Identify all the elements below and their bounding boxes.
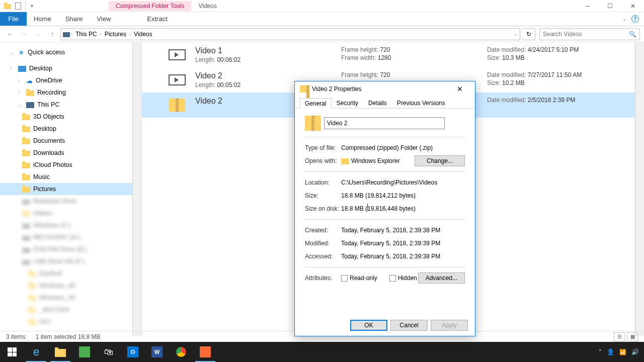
qat-properties-icon[interactable] <box>15 3 21 10</box>
tree-item-blurred[interactable]: Windows (C:) <box>0 219 141 231</box>
type-value: Compressed (zipped) Folder (.zip) <box>341 144 465 151</box>
tree-pictures[interactable]: Pictures <box>0 183 141 195</box>
tray-chevron-icon[interactable]: ˄ <box>599 349 602 355</box>
taskbar-word[interactable]: W <box>145 342 169 362</box>
apply-button[interactable]: Apply <box>431 320 468 331</box>
tree-item-blurred[interactable]: _MACOSX <box>0 304 141 316</box>
ribbon-expand-icon[interactable]: ⌄ <box>622 16 626 22</box>
system-tray[interactable]: ˄ 👤 📶 🔊 <box>599 348 644 355</box>
store-icon: 🛍 <box>104 347 113 357</box>
tree-music[interactable]: Music <box>0 171 141 183</box>
tree-downloads[interactable]: Downloads <box>0 147 141 159</box>
accessed-value: Today, February 5, 2018, 2:39:38 PM <box>341 253 465 260</box>
maximize-button[interactable]: ☐ <box>599 1 621 12</box>
tree-item-blurred[interactable]: Windows_40 <box>0 292 141 304</box>
taskbar-store[interactable]: 🛍 <box>97 342 121 362</box>
dialog-titlebar[interactable]: Video 2 Properties ✕ <box>295 81 475 97</box>
tree-desktop-2[interactable]: Desktop <box>0 123 141 135</box>
contextual-tab-label: Compressed Folder Tools <box>109 1 192 11</box>
dialog-body: Type of file:Compressed (zipped) Folder … <box>295 109 475 292</box>
refresh-button[interactable]: ↻ <box>522 28 535 40</box>
tree-3d-objects[interactable]: 3D Objects <box>0 111 141 123</box>
hidden-checkbox[interactable]: Hidden <box>389 275 417 282</box>
ribbon-share-tab[interactable]: Share <box>58 12 90 26</box>
dialog-tabs: General Security Details Previous Versio… <box>295 96 475 109</box>
file-row-video-1[interactable]: Video 1 Length: 00:06:02 Frame height: 7… <box>142 42 644 67</box>
tab-previous-versions[interactable]: Previous Versions <box>392 98 450 108</box>
size-on-disk-label: Size on disk: <box>305 205 341 212</box>
tree-documents[interactable]: Documents <box>0 135 141 147</box>
app-icon <box>4 4 11 9</box>
address-dropdown-icon[interactable]: ⌄ <box>514 32 518 37</box>
tree-item-blurred[interactable]: Videos <box>0 207 141 219</box>
tree-this-pc[interactable]: ⌄This PC <box>0 99 141 111</box>
tree-item-blurred[interactable]: OIU <box>0 316 141 328</box>
change-button[interactable]: Change... <box>415 155 465 166</box>
ribbon-extract-tab[interactable]: Extract <box>140 12 174 26</box>
tree-item-blurred[interactable]: DVD RW Drive (E:) <box>0 243 141 255</box>
video-file-icon <box>169 74 186 85</box>
tree-item-blurred[interactable]: Redacted Drive <box>0 195 141 207</box>
tree-item-blurred[interactable]: Windows_d0 <box>0 280 141 292</box>
address-box[interactable]: › This PC › Pictures › Videos ⌄ <box>60 28 520 40</box>
chrome-icon <box>176 347 186 357</box>
taskbar-outlook[interactable]: O <box>121 342 145 362</box>
close-button[interactable]: ✕ <box>621 1 644 12</box>
details-view-button[interactable]: ☰ <box>614 332 625 341</box>
help-icon[interactable]: ? <box>631 15 639 23</box>
tab-general[interactable]: General <box>300 98 332 109</box>
tree-desktop[interactable]: ›Desktop <box>0 62 141 74</box>
tab-details[interactable]: Details <box>363 98 392 108</box>
people-icon[interactable]: 👤 <box>607 348 614 355</box>
taskbar-app-2[interactable] <box>193 342 217 362</box>
network-icon[interactable]: 📶 <box>619 349 626 355</box>
search-input[interactable] <box>543 31 629 38</box>
tree-item-blurred[interactable]: DryStuff <box>0 267 141 280</box>
dialog-close-button[interactable]: ✕ <box>450 85 470 93</box>
taskbar-app-1[interactable] <box>72 342 97 362</box>
star-icon: ★ <box>18 48 25 56</box>
desktop-icon <box>18 66 26 72</box>
ok-button[interactable]: OK <box>350 320 387 331</box>
taskbar-chrome[interactable] <box>169 342 193 362</box>
readonly-checkbox[interactable]: Read-only <box>341 275 377 282</box>
nav-up-button[interactable]: ↑ <box>46 28 58 40</box>
chevron-right-icon[interactable]: › <box>71 32 72 37</box>
thumbnails-view-button[interactable]: ▦ <box>627 332 638 341</box>
volume-icon[interactable]: 🔊 <box>631 348 639 355</box>
opens-with-label: Opens with: <box>305 157 341 164</box>
taskbar-edge[interactable]: e <box>24 342 48 362</box>
start-button[interactable] <box>0 342 24 362</box>
modified-label: Modified: <box>305 240 341 247</box>
nav-recent-button[interactable]: ⌄ <box>32 28 44 40</box>
qat-dropdown-icon[interactable]: ▼ <box>30 4 34 9</box>
folder-icon <box>22 151 30 156</box>
tree-item-blurred[interactable]: RECOVERY (D:) <box>0 231 141 243</box>
chevron-right-icon[interactable]: › <box>129 32 131 37</box>
search-box[interactable]: 🔍 <box>539 28 640 40</box>
breadcrumb-pictures[interactable]: Pictures <box>103 31 128 38</box>
advanced-button[interactable]: Advanced... <box>418 273 465 284</box>
ribbon-file-tab[interactable]: File <box>0 12 27 26</box>
window-titlebar: ▼ Compressed Folder Tools Videos ─ ☐ ✕ <box>0 0 644 12</box>
nav-back-button[interactable]: ← <box>4 28 16 40</box>
nav-forward-button[interactable]: → <box>18 28 30 40</box>
ribbon-view-tab[interactable]: View <box>90 12 118 26</box>
tree-quick-access[interactable]: ⌄★Quick access <box>0 46 141 58</box>
file-name-input[interactable] <box>324 117 445 129</box>
tree-onedrive[interactable]: ›☁OneDrive <box>0 74 141 86</box>
search-icon: 🔍 <box>629 31 636 38</box>
pc-icon <box>26 102 34 108</box>
cancel-button[interactable]: Cancel <box>390 320 428 331</box>
chevron-right-icon[interactable]: › <box>100 32 102 37</box>
tab-security[interactable]: Security <box>332 98 363 108</box>
app-icon <box>79 346 90 357</box>
tree-icloud[interactable]: iCloud Photos <box>0 159 141 171</box>
breadcrumb-videos[interactable]: Videos <box>132 31 154 38</box>
minimize-button[interactable]: ─ <box>576 1 599 12</box>
tree-item-blurred[interactable]: USB Drive HD (F:) <box>0 255 141 267</box>
ribbon-home-tab[interactable]: Home <box>27 12 58 26</box>
breadcrumb-this-pc[interactable]: This PC <box>73 31 99 38</box>
taskbar-explorer[interactable] <box>48 342 72 362</box>
tree-recording[interactable]: ›Recording <box>0 86 141 99</box>
